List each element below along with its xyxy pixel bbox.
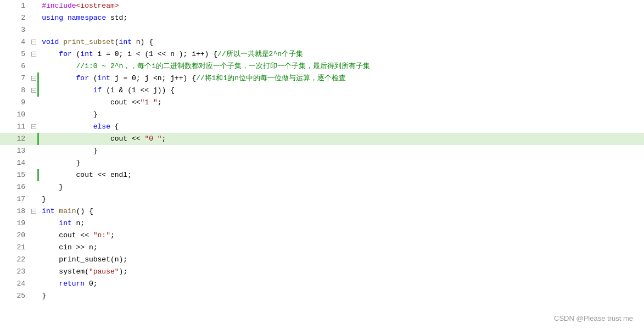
code-line: [40, 24, 644, 36]
code-area: 1#include<iostream>2using namespace std;…: [0, 0, 644, 329]
line-number: 14: [0, 157, 30, 169]
line-number: 11: [0, 121, 30, 133]
line-number: 19: [0, 218, 30, 230]
fold-indicator[interactable]: −: [30, 205, 37, 218]
code-line: //i:0 ~ 2^n，，每个i的二进制数都对应一个子集，一次打印一个子集，最后…: [40, 60, 644, 73]
line-number: 21: [0, 242, 30, 254]
line-number: 24: [0, 278, 30, 290]
fold-indicator[interactable]: [30, 181, 37, 193]
fold-indicator[interactable]: [30, 157, 37, 169]
code-line: cin >> n;: [40, 242, 644, 254]
table-row: 3: [0, 24, 644, 36]
fold-indicator[interactable]: −: [30, 36, 37, 48]
line-number: 7: [0, 73, 30, 85]
table-row: 11− else {: [0, 121, 644, 133]
table-row: 4−void print_subset(int n) {: [0, 36, 644, 48]
fold-indicator[interactable]: [30, 60, 37, 73]
fold-indicator[interactable]: [30, 133, 37, 145]
line-number: 1: [0, 0, 30, 12]
table-row: 16 }: [0, 181, 644, 193]
code-line: for (int j = 0; j <n; j++) {//将1和i的n位中的每…: [40, 73, 644, 85]
table-row: 8− if (i & (1 << j)) {: [0, 85, 644, 97]
fold-indicator[interactable]: [30, 218, 37, 230]
fold-indicator[interactable]: [30, 242, 37, 254]
code-line: }: [40, 290, 644, 302]
table-row: 10 }: [0, 109, 644, 121]
table-row: 1#include<iostream>: [0, 0, 644, 12]
fold-indicator[interactable]: [30, 290, 37, 302]
code-line: int main() {: [40, 205, 644, 218]
code-line: }: [40, 157, 644, 169]
line-number: 18: [0, 205, 30, 218]
fold-indicator[interactable]: [30, 230, 37, 242]
line-number: 20: [0, 230, 30, 242]
line-number: 6: [0, 60, 30, 73]
line-number: 22: [0, 254, 30, 266]
fold-indicator[interactable]: [30, 109, 37, 121]
line-number: 23: [0, 266, 30, 278]
table-row: 13 }: [0, 145, 644, 157]
line-number: 5: [0, 48, 30, 60]
table-row: 23 system("pause");: [0, 266, 644, 278]
code-line: for (int i = 0; i < (1 << n ); i++) {//所…: [40, 48, 644, 60]
code-line: #include<iostream>: [40, 0, 644, 12]
line-number: 10: [0, 109, 30, 121]
fold-indicator[interactable]: [30, 97, 37, 109]
line-number: 8: [0, 85, 30, 97]
table-row: 14 }: [0, 157, 644, 169]
line-number: 15: [0, 169, 30, 181]
line-number: 17: [0, 193, 30, 205]
fold-indicator[interactable]: [30, 0, 37, 12]
table-row: 6 //i:0 ~ 2^n，，每个i的二进制数都对应一个子集，一次打印一个子集，…: [0, 60, 644, 73]
code-line: int n;: [40, 218, 644, 230]
code-line: using namespace std;: [40, 12, 644, 24]
table-row: 12 cout << "0 ";: [0, 133, 644, 145]
table-row: 21 cin >> n;: [0, 242, 644, 254]
code-editor: 1#include<iostream>2using namespace std;…: [0, 0, 644, 329]
code-line: cout << endl;: [40, 169, 644, 181]
code-line: system("pause");: [40, 266, 644, 278]
line-number: 9: [0, 97, 30, 109]
line-number: 4: [0, 36, 30, 48]
table-row: 25}: [0, 290, 644, 302]
code-line: cout << "0 ";: [40, 133, 644, 145]
code-line: cout <<"1 ";: [40, 97, 644, 109]
fold-indicator[interactable]: [30, 278, 37, 290]
line-number: 12: [0, 133, 30, 145]
line-number: 2: [0, 12, 30, 24]
table-row: 9 cout <<"1 ";: [0, 97, 644, 109]
line-number: 16: [0, 181, 30, 193]
code-line: }: [40, 145, 644, 157]
fold-indicator[interactable]: −: [30, 85, 37, 97]
table-row: 5− for (int i = 0; i < (1 << n ); i++) {…: [0, 48, 644, 60]
table-row: 18−int main() {: [0, 205, 644, 218]
fold-indicator[interactable]: [30, 193, 37, 205]
fold-indicator[interactable]: [30, 254, 37, 266]
table-row: 24 return 0;: [0, 278, 644, 290]
code-line: if (i & (1 << j)) {: [40, 85, 644, 97]
watermark: CSDN @Please trust me: [554, 314, 633, 322]
code-line: else {: [40, 121, 644, 133]
table-row: 17}: [0, 193, 644, 205]
line-number: 25: [0, 290, 30, 302]
line-number: 13: [0, 145, 30, 157]
fold-indicator[interactable]: [30, 169, 37, 181]
fold-indicator[interactable]: [30, 145, 37, 157]
code-line: }: [40, 109, 644, 121]
fold-indicator[interactable]: −: [30, 48, 37, 60]
code-line: }: [40, 193, 644, 205]
fold-indicator[interactable]: −: [30, 73, 37, 85]
fold-indicator[interactable]: [30, 266, 37, 278]
table-row: 7− for (int j = 0; j <n; j++) {//将1和i的n位…: [0, 73, 644, 85]
fold-indicator[interactable]: [30, 24, 37, 36]
line-number: 3: [0, 24, 30, 36]
table-row: 20 cout << "n:";: [0, 230, 644, 242]
code-line: print_subset(n);: [40, 254, 644, 266]
code-line: }: [40, 181, 644, 193]
table-row: 2using namespace std;: [0, 12, 644, 24]
fold-indicator[interactable]: [30, 12, 37, 24]
table-row: 15 cout << endl;: [0, 169, 644, 181]
code-line: cout << "n:";: [40, 230, 644, 242]
code-line: void print_subset(int n) {: [40, 36, 644, 48]
fold-indicator[interactable]: −: [30, 121, 37, 133]
